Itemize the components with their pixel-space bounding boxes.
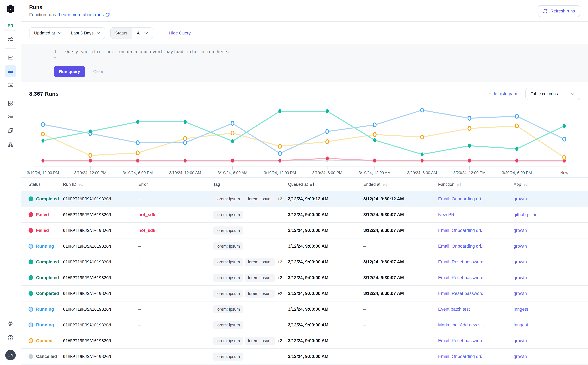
column-header-function[interactable]: Function xyxy=(436,182,511,187)
hide-histogram-link[interactable]: Hide histogram xyxy=(488,91,517,96)
table-row[interactable]: Running 01HRPT19RJSA1019B2GN – lorem: ip… xyxy=(21,302,588,317)
ended-at: 3/12/24, 9:30:07 AM xyxy=(361,228,436,233)
apps-icon[interactable] xyxy=(5,97,16,109)
function-cell: Event batch test xyxy=(436,307,511,312)
app-root: PR xyxy=(0,0,588,365)
column-header-queued-at[interactable]: Queued at xyxy=(285,182,361,187)
table-row[interactable]: Cancelled 01HRPT19RJSA1019B2GN – lorem: … xyxy=(21,349,588,365)
status-dot xyxy=(28,354,33,359)
column-label: Run ID xyxy=(63,182,76,187)
tags-more-count[interactable]: +2 xyxy=(277,260,282,264)
status-dot xyxy=(28,212,33,217)
run-query-button[interactable]: Run query xyxy=(54,66,85,77)
run-id: 01HRPT19RJSA1019B2GN xyxy=(60,212,136,217)
function-link[interactable]: Event batch test xyxy=(438,307,470,312)
inngest-logo-icon[interactable] xyxy=(5,4,16,15)
refresh-runs-button[interactable]: Refresh runs xyxy=(538,5,580,17)
app-link[interactable]: growth xyxy=(513,291,527,296)
app-link[interactable]: Inngest xyxy=(513,323,528,328)
function-link[interactable]: Email: Reset password xyxy=(438,291,483,296)
tag-pill: lorem: ipsum xyxy=(213,274,243,282)
help-icon[interactable] xyxy=(5,332,16,344)
tags-more-count[interactable]: +2 xyxy=(277,197,282,201)
series-point-running xyxy=(515,114,518,118)
learn-more-link[interactable]: Learn more about runs xyxy=(59,12,110,17)
sort-icon[interactable] xyxy=(523,182,528,187)
x-axis-label: 3/20/24, 12:00 PM xyxy=(453,170,485,175)
runs-icon[interactable] xyxy=(5,65,16,77)
status-cell: Queued xyxy=(26,338,60,343)
time-range-dropdown[interactable]: Last 3 Days xyxy=(66,28,105,39)
tag-list: lorem: ipsumlorem: ipsum+2 xyxy=(211,289,285,298)
filter-sliders-icon[interactable] xyxy=(5,34,16,45)
app-link[interactable]: growth xyxy=(513,260,527,265)
table-row[interactable]: Running 01HRPT19RJSA1019B2GN – lorem: ip… xyxy=(21,239,588,254)
tags-more-count[interactable]: +2 xyxy=(277,275,282,280)
column-header-run-id[interactable]: Run ID xyxy=(60,182,136,187)
function-link[interactable]: Email: Onboarding dri... xyxy=(438,228,485,233)
function-link[interactable]: New PR xyxy=(438,212,454,217)
column-header-app[interactable]: App xyxy=(511,182,583,187)
tag-list: lorem: ipsum xyxy=(211,242,285,250)
sort-icon[interactable] xyxy=(310,182,315,187)
sort-field-dropdown[interactable]: Updated at xyxy=(29,28,66,39)
table-row[interactable]: Running 01HRPT19RJSA1019B2GN – lorem: ip… xyxy=(21,317,588,333)
app-link[interactable]: growth xyxy=(513,228,527,233)
function-link[interactable]: Email: Reset password xyxy=(438,338,483,343)
app-link[interactable]: github-pr-bot xyxy=(513,212,539,217)
environment-badge[interactable]: PR xyxy=(5,21,16,31)
tag-pill: lorem: ipsum xyxy=(213,337,243,345)
app-link[interactable]: growth xyxy=(513,338,527,343)
app-link[interactable]: growth xyxy=(513,244,527,249)
hide-query-link[interactable]: Hide Query xyxy=(169,30,191,36)
function-link[interactable]: Email: Onboarding dri... xyxy=(438,197,485,202)
series-point-completed xyxy=(184,120,187,124)
table-row[interactable]: Completed 01HRPT19RJSA1019B2GN – lorem: … xyxy=(21,286,588,302)
tag-pill: lorem: ipsum xyxy=(213,195,243,203)
clear-query-button[interactable]: Clear xyxy=(93,69,103,74)
sort-icon[interactable] xyxy=(383,182,387,187)
sort-icon[interactable] xyxy=(457,182,461,187)
function-link[interactable]: Email: Onboarding dri... xyxy=(438,354,485,359)
table-row[interactable]: Queued 01HRPT19RJSA1019B2GN – lorem: ips… xyxy=(21,333,588,349)
tags-more-count[interactable]: +2 xyxy=(277,291,282,296)
app-link[interactable]: growth xyxy=(513,197,527,202)
metrics-icon[interactable] xyxy=(5,51,16,63)
app-link[interactable]: Inngest xyxy=(513,307,528,312)
column-label: Ended at xyxy=(363,182,380,187)
app-cell: github-pr-bot xyxy=(511,212,583,217)
query-editor[interactable]: 1 Query specific function data and event… xyxy=(21,44,588,82)
events-icon[interactable] xyxy=(5,111,16,123)
event-search-icon[interactable] xyxy=(5,79,16,91)
table-row[interactable]: Failed 01HRPT19RJSA1019B2GN not_sdk lore… xyxy=(21,207,588,223)
function-cell: Marketing: Add new si... xyxy=(436,323,511,328)
function-link[interactable]: Email: Onboarding dri... xyxy=(438,244,485,249)
tags-more-count[interactable]: +2 xyxy=(277,338,282,343)
status-dot xyxy=(28,307,33,312)
queued-at: 3/12/24, 9:00:00 AM xyxy=(285,260,361,265)
sort-icon[interactable] xyxy=(79,182,83,187)
user-avatar[interactable]: CN xyxy=(5,350,16,360)
app-link[interactable]: growth xyxy=(513,275,527,280)
series-point-completed xyxy=(41,139,44,143)
series-point-running xyxy=(184,141,187,145)
series-point-completed xyxy=(231,139,234,143)
status-filter-dropdown[interactable]: All xyxy=(132,28,153,39)
table-row[interactable]: Completed 01HRPT19RJSA1019B2GN – lorem: … xyxy=(21,254,588,270)
status-cell: Cancelled xyxy=(26,354,60,359)
table-row[interactable]: Completed 01HRPT19RJSA1019B2GN – lorem: … xyxy=(21,270,588,286)
series-point-running xyxy=(468,116,471,120)
windows-icon[interactable] xyxy=(5,125,16,137)
tag-pill: lorem: ipsum xyxy=(213,321,243,329)
table-columns-dropdown[interactable]: Table columns xyxy=(525,88,580,100)
x-axis-label: Now xyxy=(560,170,568,175)
column-header-ended-at[interactable]: Ended at xyxy=(361,182,436,187)
webhook-icon[interactable] xyxy=(5,139,16,150)
app-link[interactable]: growth xyxy=(513,354,527,359)
dev-server-icon[interactable] xyxy=(5,318,16,330)
table-row[interactable]: Completed 01HRPT19RJSA1019B2GN – lorem: … xyxy=(21,191,588,207)
function-link[interactable]: Email: Reset password xyxy=(438,275,483,280)
function-link[interactable]: Marketing: Add new si... xyxy=(438,323,485,328)
table-row[interactable]: Failed 01HRPT19RJSA1019B2GN not_sdk lore… xyxy=(21,223,588,239)
function-link[interactable]: Email: Reset password xyxy=(438,260,483,265)
